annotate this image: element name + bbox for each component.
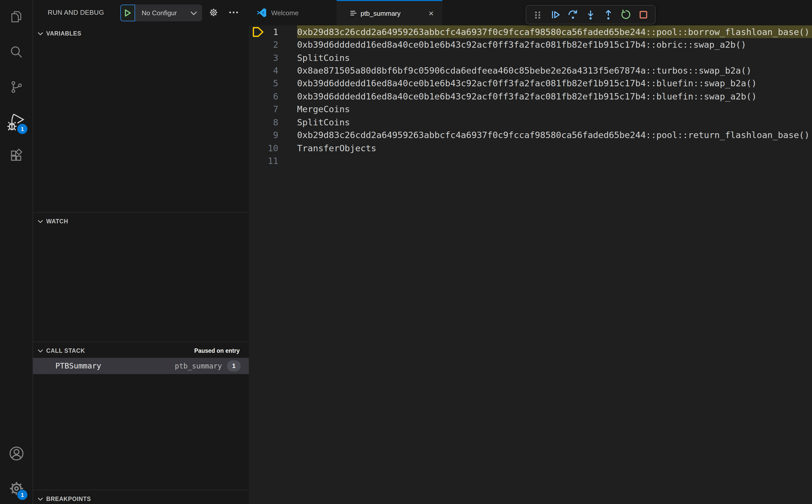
frame-line-badge: 1 — [227, 360, 241, 372]
frame-source: ptb_summary — [175, 362, 222, 370]
line-number: 8 — [266, 117, 278, 127]
code-line-8[interactable]: 8SplitCoins — [249, 116, 812, 129]
code-text: 0xb29d83c26cdd2a64959263abbcfc4a6937f0c9… — [297, 129, 812, 142]
breakpoint-gutter[interactable] — [249, 25, 266, 38]
breakpoint-gutter[interactable] — [249, 77, 266, 90]
step-into-button[interactable] — [584, 8, 598, 22]
breakpoint-gutter[interactable] — [249, 38, 266, 51]
line-number: 6 — [266, 91, 278, 102]
gear-icon — [208, 8, 218, 17]
debug-toolbar — [526, 5, 656, 24]
current-line-arrow — [252, 26, 264, 38]
code-text — [297, 155, 812, 167]
call-stack-section-header[interactable]: CALL STACK Paused on entry — [33, 344, 249, 358]
search-icon — [9, 45, 23, 59]
chevron-down-icon — [38, 32, 43, 35]
breakpoint-gutter[interactable] — [249, 155, 266, 167]
play-icon — [124, 9, 131, 17]
files-icon — [10, 10, 23, 23]
code-text: 0xb39d6dddedd16ed8a40ce0b1e6b43c92acf0ff… — [297, 38, 812, 51]
code-line-1[interactable]: 10xb29d83c26cdd2a64959263abbcfc4a6937f0c… — [249, 25, 812, 38]
editor-group: Welcome ptb_summary × — [249, 0, 812, 504]
step-out-button[interactable] — [601, 8, 615, 22]
watch-section-header[interactable]: WATCH — [33, 214, 249, 228]
variables-section: VARIABLES — [33, 25, 249, 212]
sidebar-item-extensions[interactable] — [0, 144, 32, 168]
run-and-debug-sidebar: RUN AND DEBUG No Configur — [33, 0, 249, 504]
views-more-actions-button[interactable] — [226, 0, 241, 25]
continue-button[interactable] — [548, 8, 563, 22]
breakpoint-gutter[interactable] — [249, 116, 266, 129]
list-icon — [350, 9, 357, 17]
debug-configuration-dropdown[interactable]: No Configur — [135, 5, 202, 21]
stop-button[interactable] — [636, 8, 651, 22]
line-number: 10 — [266, 143, 278, 153]
debug-badge: 1 — [17, 123, 28, 135]
vscode-window: 1 — [0, 0, 812, 504]
breakpoint-gutter[interactable] — [249, 103, 266, 116]
debug-configuration-label: No Configur — [142, 9, 190, 17]
code-line-3[interactable]: 3SplitCoins — [249, 51, 812, 64]
account-icon — [8, 445, 25, 462]
vscode-logo-icon — [256, 7, 267, 18]
line-number: 3 — [266, 53, 278, 63]
sidebar-item-search[interactable] — [0, 40, 32, 64]
code-area[interactable]: 10xb29d83c26cdd2a64959263abbcfc4a6937f0c… — [249, 25, 812, 504]
breakpoint-gutter[interactable] — [249, 51, 266, 64]
code-line-11[interactable]: 11 — [249, 155, 812, 167]
breakpoints-section: BREAKPOINTS — [33, 490, 249, 504]
call-stack-section: CALL STACK Paused on entry PTBSummary pt… — [33, 342, 249, 490]
variables-section-header[interactable]: VARIABLES — [33, 26, 249, 41]
call-stack-frame-row[interactable]: PTBSummary ptb_summary 1 — [33, 358, 249, 374]
line-number: 5 — [266, 78, 278, 89]
sidebar-item-run-and-debug[interactable]: 1 — [0, 109, 32, 137]
code-line-6[interactable]: 60xb39d6dddedd16ed8a40ce0b1e6b43c92acf0f… — [249, 90, 812, 103]
line-number: 9 — [266, 130, 278, 140]
activity-bar: 1 — [0, 0, 33, 504]
line-number: 2 — [266, 40, 278, 50]
code-text: SplitCoins — [297, 116, 812, 129]
line-number: 11 — [266, 156, 278, 166]
restart-button[interactable] — [619, 8, 633, 22]
sidebar-item-accounts[interactable] — [0, 441, 32, 465]
watch-section-label: WATCH — [46, 218, 68, 224]
sidebar-item-explorer[interactable] — [0, 5, 32, 29]
breakpoint-gutter[interactable] — [249, 64, 266, 77]
settings-badge: 1 — [17, 489, 28, 500]
tab-label: ptb_summary — [360, 9, 401, 17]
chevron-down-icon — [38, 220, 43, 223]
step-over-button[interactable] — [566, 8, 580, 22]
code-line-2[interactable]: 20xb39d6dddedd16ed8a40ce0b1e6b43c92acf0f… — [249, 38, 812, 51]
breakpoint-gutter[interactable] — [249, 129, 266, 142]
code-line-10[interactable]: 10TransferObjects — [249, 142, 812, 155]
source-control-icon — [9, 80, 23, 94]
sidebar-item-source-control[interactable] — [0, 75, 32, 99]
code-text: TransferObjects — [297, 142, 812, 155]
call-stack-section-label: CALL STACK — [46, 348, 85, 354]
breakpoint-gutter[interactable] — [249, 142, 266, 155]
frame-name: PTBSummary — [55, 361, 101, 371]
close-icon[interactable]: × — [426, 1, 437, 26]
line-number: 4 — [266, 65, 278, 76]
sidebar-item-settings[interactable]: 1 — [0, 476, 32, 500]
start-debugging-button[interactable] — [120, 5, 135, 21]
code-line-4[interactable]: 40x8ae871505a80d8bf6bf9c05906cda6edfeea4… — [249, 64, 812, 77]
code-line-5[interactable]: 50xb39d6dddedd16ed8a40ce0b1e6b43c92acf0f… — [249, 77, 812, 90]
breakpoint-gutter[interactable] — [249, 90, 266, 103]
tab-ptb-summary[interactable]: ptb_summary × — [337, 0, 442, 25]
code-line-7[interactable]: 7MergeCoins — [249, 103, 812, 116]
code-text: SplitCoins — [297, 51, 812, 64]
sidebar-title: RUN AND DEBUG — [48, 0, 104, 25]
chevron-down-icon — [38, 497, 43, 501]
paused-status-text: Paused on entry — [194, 348, 249, 354]
line-number: 1 — [266, 27, 278, 37]
tab-welcome[interactable]: Welcome — [249, 0, 336, 25]
chevron-down-icon — [38, 349, 43, 352]
sidebar-header: RUN AND DEBUG No Configur — [33, 0, 249, 25]
code-line-9[interactable]: 90xb29d83c26cdd2a64959263abbcfc4a6937f0c… — [249, 129, 812, 142]
chevron-down-icon — [190, 11, 197, 15]
code-text: 0xb39d6dddedd16ed8a40ce0b1e6b43c92acf0ff… — [297, 77, 812, 90]
debug-settings-button[interactable] — [206, 0, 221, 25]
toolbar-drag-handle[interactable] — [531, 8, 545, 22]
breakpoints-section-header[interactable]: BREAKPOINTS — [33, 492, 249, 504]
